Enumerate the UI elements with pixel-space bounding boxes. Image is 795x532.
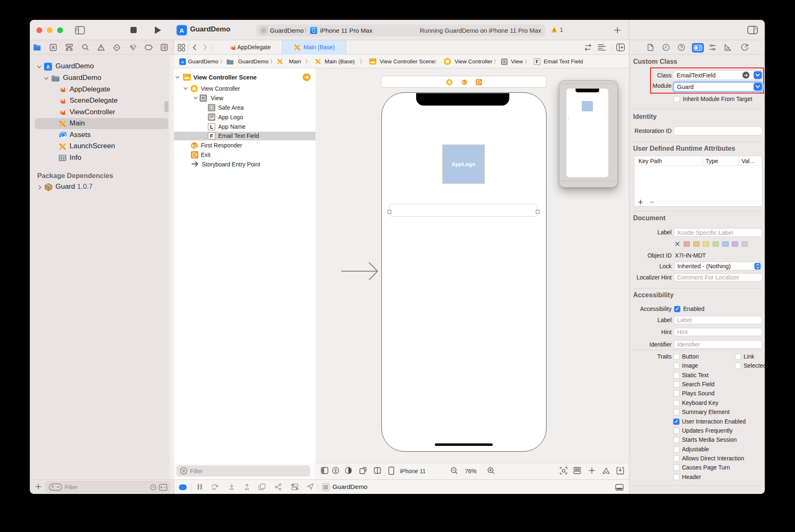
svg-text:F: F xyxy=(536,59,539,64)
svg-text:A: A xyxy=(181,60,184,64)
svg-text:F: F xyxy=(210,133,213,139)
svg-text:1: 1 xyxy=(195,145,197,149)
svg-text:A: A xyxy=(180,27,184,34)
svg-text:L: L xyxy=(210,124,213,130)
svg-text:A: A xyxy=(46,64,50,70)
